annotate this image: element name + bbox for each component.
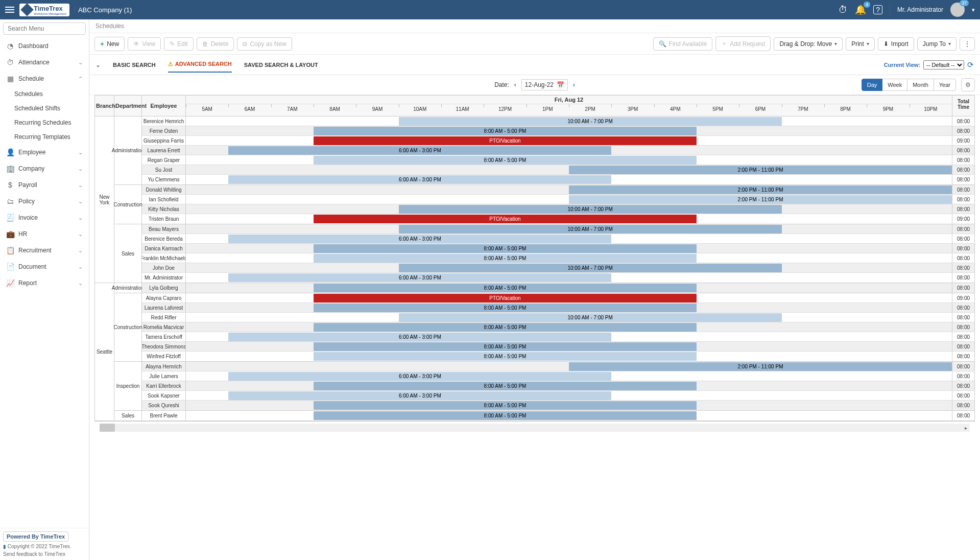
schedule-bar[interactable]: 10:00 AM - 7:00 PM — [399, 225, 782, 234]
schedule-bar[interactable]: 8:00 AM - 5:00 PM — [314, 127, 697, 135]
timeline-cell[interactable]: 6:00 AM - 3:00 PM — [186, 234, 952, 243]
find-available-button[interactable]: 🔍Find Available — [653, 37, 713, 51]
employee-cell[interactable]: Karri Ellerbrock — [142, 381, 186, 390]
employee-cell[interactable]: Lyla Golberg — [142, 283, 186, 293]
horizontal-scrollbar[interactable]: ▸ — [100, 424, 970, 432]
mode-week[interactable]: Week — [882, 79, 907, 91]
employee-cell[interactable]: Sook Qureshi — [142, 401, 186, 410]
timeline-cell[interactable]: PTO/Vacation — [186, 136, 952, 145]
sidebar-subitem[interactable]: Scheduled Shifts — [14, 101, 89, 115]
schedule-bar[interactable]: 2:00 PM - 11:00 PM — [569, 195, 952, 204]
employee-cell[interactable]: Mr. Administrator — [142, 273, 186, 283]
col-branch[interactable]: Branch — [95, 96, 114, 116]
schedule-bar[interactable]: 8:00 AM - 5:00 PM — [314, 342, 697, 351]
schedule-bar[interactable]: 8:00 AM - 5:00 PM — [314, 411, 697, 420]
schedule-bar[interactable]: 6:00 AM - 3:00 PM — [228, 372, 611, 381]
sidebar-item-payroll[interactable]: $Payroll⌄ — [0, 177, 89, 193]
avatar[interactable]: 37 — [950, 3, 965, 17]
col-department[interactable]: Department — [114, 96, 142, 116]
timer-icon[interactable]: ⏱ — [839, 5, 848, 15]
employee-cell[interactable]: Franklin McMichaels — [142, 253, 186, 263]
sidebar-item-schedule[interactable]: ▦Schedule⌃ — [0, 71, 89, 87]
new-button[interactable]: +New — [94, 37, 125, 51]
feedback-link[interactable]: Send feedback to TimeTrex — [3, 551, 86, 557]
schedule-bar[interactable]: 2:00 PM - 11:00 PM — [569, 185, 952, 194]
sidebar-item-attendance[interactable]: ⏱Attendance⌄ — [0, 54, 89, 71]
next-date-icon[interactable]: › — [573, 81, 575, 88]
timeline-cell[interactable]: 2:00 PM - 11:00 PM — [186, 165, 952, 174]
current-view-select[interactable]: -- Default -- — [923, 60, 964, 69]
schedule-bar[interactable]: 6:00 AM - 3:00 PM — [228, 146, 611, 155]
mode-day[interactable]: Day — [862, 79, 883, 91]
powered-by[interactable]: Powered By TimeTrex — [3, 531, 68, 542]
timeline-cell[interactable]: 8:00 AM - 5:00 PM — [186, 342, 952, 351]
mode-month[interactable]: Month — [907, 79, 934, 91]
schedule-bar[interactable]: 6:00 AM - 3:00 PM — [228, 235, 611, 243]
schedule-bar[interactable]: 10:00 AM - 7:00 PM — [399, 313, 782, 322]
prev-date-icon[interactable]: ‹ — [514, 81, 516, 88]
schedule-bar[interactable]: 6:00 AM - 3:00 PM — [228, 333, 611, 341]
logo[interactable]: TimeTrex Workforce Management — [19, 4, 69, 16]
search-menu-input[interactable] — [3, 22, 86, 35]
timeline-cell[interactable]: 2:00 PM - 11:00 PM — [186, 195, 952, 204]
add-request-button[interactable]: ＋Add Request — [715, 36, 771, 51]
timeline-cell[interactable]: 6:00 AM - 3:00 PM — [186, 391, 952, 400]
sidebar-item-report[interactable]: 📈Report⌄ — [0, 275, 89, 291]
jump-to-select[interactable]: Jump To▾ — [917, 37, 957, 51]
tab-basic-search[interactable]: BASIC SEARCH — [113, 58, 156, 72]
timeline-cell[interactable]: 8:00 AM - 5:00 PM — [186, 253, 952, 263]
scrollbar-thumb[interactable] — [100, 424, 115, 432]
help-icon[interactable]: ? — [873, 5, 882, 14]
employee-cell[interactable]: Laurena Errett — [142, 146, 186, 155]
col-employee[interactable]: Employee — [142, 96, 186, 116]
timeline-cell[interactable]: 6:00 AM - 3:00 PM — [186, 332, 952, 341]
employee-cell[interactable]: Berenice Bereda — [142, 234, 186, 243]
company-name[interactable]: ABC Company (1) — [75, 6, 132, 14]
employee-cell[interactable]: Romelia Macvicar — [142, 322, 186, 332]
schedule-bar[interactable]: 8:00 AM - 5:00 PM — [314, 156, 697, 165]
employee-cell[interactable]: Winfred Fitzloff — [142, 352, 186, 361]
employee-cell[interactable]: Tristen Braun — [142, 214, 186, 224]
employee-cell[interactable]: John Doe — [142, 263, 186, 272]
employee-cell[interactable]: Alayna Capraro — [142, 293, 186, 302]
timeline-cell[interactable]: 6:00 AM - 3:00 PM — [186, 175, 952, 184]
edit-button[interactable]: ✎Edit — [164, 37, 194, 51]
drag-drop-select[interactable]: Drag & Drop: Move▾ — [774, 37, 843, 51]
schedule-bar[interactable]: 8:00 AM - 5:00 PM — [314, 323, 697, 332]
timeline-cell[interactable]: 8:00 AM - 5:00 PM — [186, 381, 952, 390]
delete-button[interactable]: 🗑Delete — [197, 37, 234, 51]
date-input[interactable]: 12-Aug-22📅 — [521, 79, 568, 90]
employee-cell[interactable]: Alayna Hemrich — [142, 362, 186, 371]
timeline-cell[interactable]: PTO/Vacation — [186, 293, 952, 302]
employee-cell[interactable]: Yu Clemmens — [142, 175, 186, 184]
timeline-cell[interactable]: 8:00 AM - 5:00 PM — [186, 303, 952, 312]
timeline-cell[interactable]: 8:00 AM - 5:00 PM — [186, 244, 952, 253]
timeline-cell[interactable]: 10:00 AM - 7:00 PM — [186, 116, 952, 126]
timeline-cell[interactable]: 10:00 AM - 7:00 PM — [186, 313, 952, 322]
menu-toggle-icon[interactable] — [5, 7, 14, 13]
employee-cell[interactable]: Berenice Hemrich — [142, 116, 186, 126]
schedule-bar[interactable]: PTO/Vacation — [314, 136, 697, 145]
timeline-cell[interactable]: 6:00 AM - 3:00 PM — [186, 273, 952, 283]
timeline-cell[interactable]: 8:00 AM - 5:00 PM — [186, 322, 952, 332]
employee-cell[interactable]: Theodora Simmons — [142, 342, 186, 351]
timeline-cell[interactable]: 6:00 AM - 3:00 PM — [186, 146, 952, 155]
schedule-bar[interactable]: 8:00 AM - 5:00 PM — [314, 304, 697, 312]
employee-cell[interactable]: Ferne Osten — [142, 126, 186, 135]
view-button[interactable]: 👁View — [128, 37, 161, 51]
employee-cell[interactable]: Laurena Laforest — [142, 303, 186, 312]
schedule-bar[interactable]: 8:00 AM - 5:00 PM — [314, 254, 697, 263]
schedule-bar[interactable]: 8:00 AM - 5:00 PM — [314, 382, 697, 390]
settings-icon[interactable]: ⚙ — [961, 78, 975, 91]
employee-cell[interactable]: Su Jost — [142, 165, 186, 174]
timeline-cell[interactable]: PTO/Vacation — [186, 214, 952, 224]
timeline-cell[interactable]: 8:00 AM - 5:00 PM — [186, 352, 952, 361]
timeline-cell[interactable]: 10:00 AM - 7:00 PM — [186, 204, 952, 214]
employee-cell[interactable]: Kitty Nicholas — [142, 204, 186, 214]
schedule-bar[interactable]: 2:00 PM - 11:00 PM — [569, 166, 952, 174]
timeline-cell[interactable]: 10:00 AM - 7:00 PM — [186, 224, 952, 234]
schedule-bar[interactable]: 6:00 AM - 3:00 PM — [228, 391, 611, 400]
sidebar-item-dashboard[interactable]: ◔Dashboard — [0, 38, 89, 54]
sidebar-item-invoice[interactable]: 🧾Invoice⌄ — [0, 209, 89, 226]
expand-search-icon[interactable]: ⌄ — [95, 61, 101, 68]
